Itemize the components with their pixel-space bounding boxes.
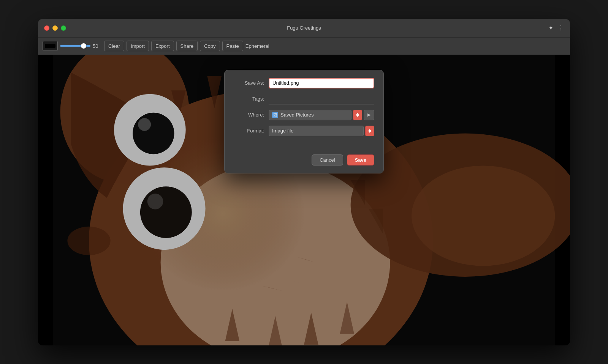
format-stepper-down-icon	[368, 131, 371, 133]
toolbar: 50 Clear Import Export Share Copy Paste …	[38, 37, 570, 55]
slider-thumb	[81, 43, 86, 49]
copy-button[interactable]: Copy	[200, 41, 220, 51]
brush-preview-inner	[45, 44, 55, 48]
close-button[interactable]	[44, 25, 49, 31]
save-dialog: Save As: Tags: Where:	[224, 70, 384, 173]
stepper-up-icon	[356, 113, 359, 115]
stepper-down-icon	[356, 115, 359, 117]
tags-row: Tags:	[234, 94, 374, 104]
slider-value: 50	[93, 43, 102, 49]
canvas-area: Save As: Tags: Where:	[38, 55, 570, 345]
save-as-label: Save As:	[234, 80, 264, 86]
dialog-buttons: Cancel Save	[225, 149, 383, 173]
title-bar-right: ✦ ⋮	[548, 24, 564, 32]
where-container: 🖼 Saved Pictures ▶	[269, 110, 374, 120]
share-button[interactable]: Share	[176, 41, 198, 51]
where-stepper[interactable]	[353, 110, 362, 120]
minimize-button[interactable]	[52, 25, 58, 31]
menu-icon[interactable]: ⋮	[558, 24, 564, 32]
folder-icon: 🖼	[272, 112, 278, 118]
where-expand-button[interactable]: ▶	[364, 110, 374, 120]
tags-label: Tags:	[234, 96, 264, 102]
save-button[interactable]: Save	[347, 154, 374, 165]
app-window: Fugu Greetings ✦ ⋮ 50 Clear Import Expor…	[38, 19, 570, 345]
dialog-content: Save As: Tags: Where:	[225, 70, 383, 149]
format-container: Image file	[269, 126, 374, 136]
ephemeral-label: Ephemeral	[245, 43, 269, 49]
title-bar: Fugu Greetings ✦ ⋮	[38, 19, 570, 37]
format-label: Format:	[234, 128, 264, 134]
where-select[interactable]: 🖼 Saved Pictures	[269, 110, 352, 120]
cancel-button[interactable]: Cancel	[312, 154, 343, 165]
where-label: Where:	[234, 112, 264, 118]
export-button[interactable]: Export	[151, 41, 174, 51]
where-value: Saved Pictures	[280, 112, 314, 118]
tags-input[interactable]	[269, 94, 374, 104]
maximize-button[interactable]	[61, 25, 66, 31]
size-slider[interactable]	[60, 45, 90, 47]
save-as-row: Save As:	[234, 78, 374, 88]
save-as-input[interactable]	[269, 78, 374, 88]
puzzle-icon[interactable]: ✦	[548, 24, 553, 32]
format-row: Format: Image file	[234, 126, 374, 136]
import-button[interactable]: Import	[127, 41, 149, 51]
chevron-right-icon: ▶	[367, 112, 370, 117]
window-title: Fugu Greetings	[287, 25, 321, 31]
slider-container: 50	[60, 43, 102, 49]
dialog-overlay: Save As: Tags: Where:	[38, 55, 570, 345]
brush-preview	[43, 41, 58, 51]
where-row: Where: 🖼 Saved Pictures	[234, 110, 374, 120]
format-select[interactable]: Image file	[269, 126, 364, 136]
format-stepper[interactable]	[365, 126, 374, 136]
traffic-lights	[44, 25, 66, 31]
paste-button[interactable]: Paste	[222, 41, 243, 51]
clear-button[interactable]: Clear	[104, 41, 124, 51]
format-value: Image file	[272, 128, 293, 134]
